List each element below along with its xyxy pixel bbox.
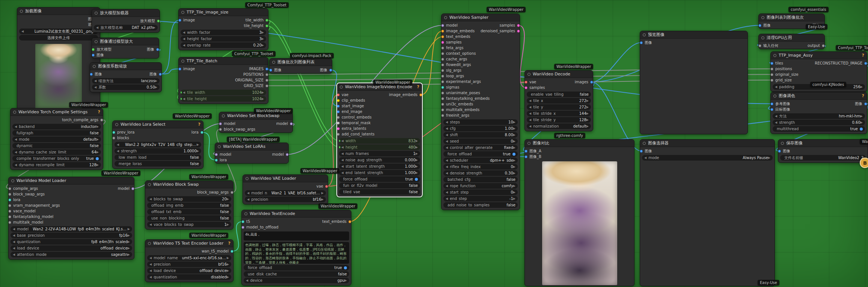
decrement-arrow-icon[interactable]: ◀: [341, 158, 344, 162]
widget-seed[interactable]: ◀seed0▶: [443, 138, 518, 144]
input-port-图像[interactable]: [92, 54, 95, 57]
collapse-toggle-icon[interactable]: [222, 114, 225, 117]
decrement-arrow-icon[interactable]: ◀: [341, 171, 344, 174]
output-port-lora[interactable]: [200, 131, 203, 134]
input-port-samples[interactable]: [441, 41, 444, 44]
widget-riflex_freq_index[interactable]: ◀riflex_freq_index0▶: [443, 164, 518, 170]
increment-arrow-icon[interactable]: ▶: [860, 121, 863, 124]
bookmark-badge[interactable]: B: [860, 158, 868, 168]
increment-arrow-icon[interactable]: ▶: [768, 156, 770, 159]
increment-arrow-icon[interactable]: ▶: [513, 127, 515, 130]
input-port-放大模型[interactable]: [92, 48, 95, 51]
increment-arrow-icon[interactable]: ▶: [197, 149, 199, 153]
widget-compile_transformer_blocks_only[interactable]: compile_transformer_blocks_onlytrue: [12, 156, 101, 161]
output-port-图像[interactable]: [156, 48, 159, 51]
collapse-toggle-icon[interactable]: [20, 10, 23, 13]
help-icon[interactable]: ?: [862, 93, 864, 98]
decrement-arrow-icon[interactable]: ◀: [446, 165, 448, 168]
output-port-GRID_SIZE[interactable]: [265, 84, 268, 87]
collapse-toggle-icon[interactable]: [181, 11, 184, 14]
widget-quantization[interactable]: ◀quantizationfp8_e4m3fn_scaled▶: [11, 239, 132, 245]
widget-multithread[interactable]: multithreadtrue: [773, 126, 865, 132]
widget-precision[interactable]: ◀precisionbf16▶: [245, 197, 326, 202]
collapse-toggle-icon[interactable]: [272, 61, 275, 64]
decrement-arrow-icon[interactable]: ◀: [529, 112, 531, 115]
widget-combo[interactable]: ◀Lumina2试放文生图_00231_.png▶: [19, 29, 98, 34]
node-text-encode[interactable]: WanVideo TextEncodet5model_to_offloadtex…: [241, 210, 351, 285]
increment-arrow-icon[interactable]: ▶: [513, 197, 515, 200]
node-chooser[interactable]: 图像选择器图像◀modeAlways Pause▶: [640, 139, 775, 286]
collapse-toggle-icon[interactable]: [781, 142, 784, 145]
collapse-toggle-icon[interactable]: [148, 183, 151, 186]
widget-combo[interactable]: ◀Wan2.2_lightx2v_T2V_14B_cfg_step_di..▶: [115, 142, 201, 147]
increment-arrow-icon[interactable]: ▶: [227, 197, 229, 201]
decrement-arrow-icon[interactable]: ◀: [183, 31, 185, 34]
increment-arrow-icon[interactable]: ▶: [155, 79, 157, 83]
decrement-arrow-icon[interactable]: ◀: [247, 191, 249, 195]
decrement-arrow-icon[interactable]: ◀: [149, 263, 152, 266]
converted-input-port[interactable]: [339, 140, 341, 142]
decrement-arrow-icon[interactable]: ◀: [13, 227, 15, 231]
decrement-arrow-icon[interactable]: ◀: [341, 165, 344, 168]
decrement-arrow-icon[interactable]: ◀: [775, 121, 777, 124]
widget-height_factor[interactable]: ◀height_factor3▶: [181, 36, 266, 42]
widget-end_step[interactable]: ◀end_step-1▶: [443, 196, 518, 201]
collapse-toggle-icon[interactable]: [218, 145, 221, 148]
widget-shift[interactable]: ◀shift8.00▶: [443, 132, 518, 138]
input-port-fantasytalking_model[interactable]: [8, 215, 11, 218]
widget-offload_txt_emb[interactable]: offload_txt_embfalse: [147, 209, 231, 215]
widget-vace_blocks_to_swap[interactable]: ◀vace_blocks_to_swap1▶: [147, 222, 231, 227]
decrement-arrow-icon[interactable]: ◀: [117, 149, 119, 153]
input-port-multitalk_embeds[interactable]: [441, 108, 444, 111]
node-set-blockswap[interactable]: WanVideo Set BlockSwapmodelblock_swap_ar…: [219, 112, 293, 133]
decrement-arrow-icon[interactable]: ◀: [15, 163, 17, 167]
decrement-arrow-icon[interactable]: ◀: [15, 150, 17, 154]
input-port-image[interactable]: [178, 68, 181, 71]
output-port-denoised_samples[interactable]: [517, 30, 520, 33]
widget-tile_stride_x[interactable]: ◀tile_stride_x144▶: [527, 111, 591, 116]
widget-fun_or_fl2v_model[interactable]: fun_or_fl2v_modelfalse: [339, 183, 420, 188]
input-port-multitalk_model[interactable]: [8, 221, 11, 224]
widget-方法[interactable]: ◀方法hm-mkl-hm▶: [773, 113, 865, 119]
increment-arrow-icon[interactable]: ▶: [128, 253, 130, 256]
output-port-block_swap_args[interactable]: [231, 191, 234, 194]
widget-width[interactable]: ◀width832▶: [339, 138, 420, 144]
decrement-arrow-icon[interactable]: ◀: [21, 30, 24, 33]
increment-arrow-icon[interactable]: ▶: [586, 105, 589, 109]
input-port-uni3c_embeds[interactable]: [441, 103, 444, 106]
decrement-arrow-icon[interactable]: ◀: [446, 197, 448, 200]
decrement-arrow-icon[interactable]: ◀: [446, 120, 448, 124]
collapse-toggle-icon[interactable]: [444, 16, 447, 19]
collapse-toggle-icon[interactable]: [148, 242, 151, 245]
increment-arrow-icon[interactable]: ▶: [586, 99, 589, 102]
widget-load_device[interactable]: ◀load_deviceoffload_device▶: [147, 268, 231, 273]
widget-force_offload[interactable]: force_offloadtrue: [443, 151, 518, 157]
widget-low_mem_load[interactable]: low_mem_loadfalse: [115, 155, 201, 160]
node-upscale-image[interactable]: 图像通过模型放大放大模型图像图像: [92, 38, 159, 59]
increment-arrow-icon[interactable]: ▶: [128, 240, 130, 243]
decrement-arrow-icon[interactable]: ◀: [341, 139, 344, 143]
node-batch-to-list[interactable]: 图像批次到图像列表图像图像: [269, 58, 332, 74]
widget-force_offload[interactable]: force_offloadtrue: [339, 176, 420, 182]
increment-arrow-icon[interactable]: ▶: [262, 31, 264, 34]
increment-arrow-icon[interactable]: ▶: [321, 198, 324, 201]
node-load-image[interactable]: 加载图像图像遮罩◀Lumina2试放文生图_00231_.png▶选择文件上传1…: [17, 7, 100, 117]
increment-arrow-icon[interactable]: ▶: [321, 191, 324, 195]
widget-model_name[interactable]: ◀model_nameumt5-xxl-enc-bf16.safetensors…: [147, 255, 231, 261]
increment-arrow-icon[interactable]: ▶: [416, 139, 418, 143]
collapse-toggle-icon[interactable]: [527, 142, 530, 145]
collapse-toggle-icon[interactable]: [761, 36, 764, 39]
widget-mode[interactable]: ◀modedefault▶: [12, 137, 101, 142]
widget-dynamo_recompile_limit[interactable]: ◀dynamo_recompile_limit128▶: [12, 162, 101, 168]
help-icon[interactable]: ?: [98, 110, 100, 114]
output-port-model[interactable]: [131, 187, 134, 190]
input-port-samples[interactable]: [524, 86, 527, 89]
output-port-IMAGES[interactable]: [265, 68, 268, 71]
input-port-model[interactable]: [441, 24, 444, 27]
widget-backend[interactable]: ◀backendinductor▶: [12, 124, 101, 129]
increment-arrow-icon[interactable]: ▶: [513, 191, 515, 194]
output-port-images[interactable]: [590, 81, 593, 84]
decrement-arrow-icon[interactable]: ◀: [529, 99, 531, 102]
widget-tile_height[interactable]: ◀tile_height1024▶: [181, 96, 266, 102]
input-port-图像[interactable]: [758, 24, 761, 27]
